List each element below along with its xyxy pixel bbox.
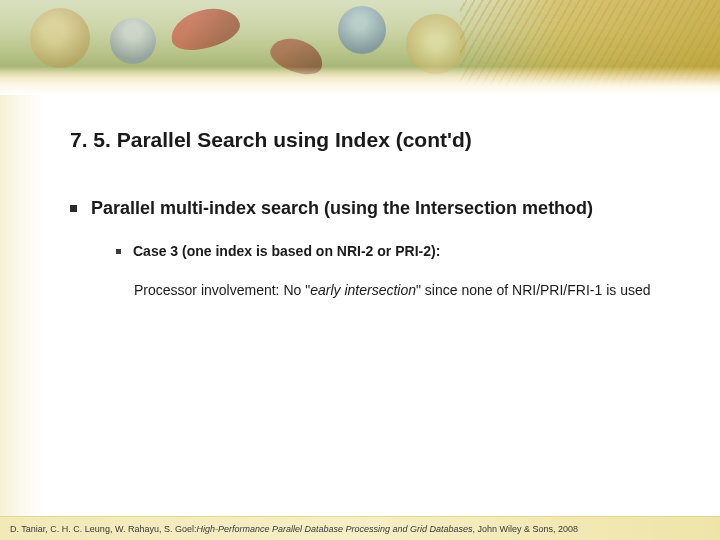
square-bullet-icon [70, 205, 77, 212]
square-bullet-icon [116, 249, 121, 254]
bullet-level-1: Parallel multi-index search (using the I… [70, 198, 692, 219]
body-prefix: Processor involvement: No " [134, 282, 310, 298]
left-gradient-deco [0, 95, 46, 540]
flower-deco [110, 18, 156, 64]
flower-deco [406, 14, 466, 74]
decorative-banner [0, 0, 720, 95]
body-italic: early intersection [310, 282, 416, 298]
footer-authors: D. Taniar, C. H. C. Leung, W. Rahayu, S.… [10, 524, 196, 534]
bullet2-text: Case 3 (one index is based on NRI-2 or P… [133, 243, 440, 259]
slide-title: 7. 5. Parallel Search using Index (cont'… [70, 128, 692, 152]
flower-deco [30, 8, 90, 68]
slide-footer: D. Taniar, C. H. C. Leung, W. Rahayu, S.… [0, 516, 720, 540]
leaf-deco [266, 32, 328, 81]
wheat-deco [460, 0, 720, 95]
footer-book-title: High-Performance Parallel Database Proce… [196, 524, 472, 534]
footer-publisher: , John Wiley & Sons, 2008 [473, 524, 579, 534]
slide-content: 7. 5. Parallel Search using Index (cont'… [70, 128, 692, 300]
body-suffix: " since none of NRI/PRI/FRI-1 is used [416, 282, 651, 298]
body-paragraph: Processor involvement: No "early interse… [134, 281, 692, 300]
flower-deco [338, 6, 386, 54]
leaf-deco [166, 2, 243, 57]
bullet-level-2: Case 3 (one index is based on NRI-2 or P… [116, 243, 692, 259]
bullet1-text: Parallel multi-index search (using the I… [91, 198, 593, 219]
